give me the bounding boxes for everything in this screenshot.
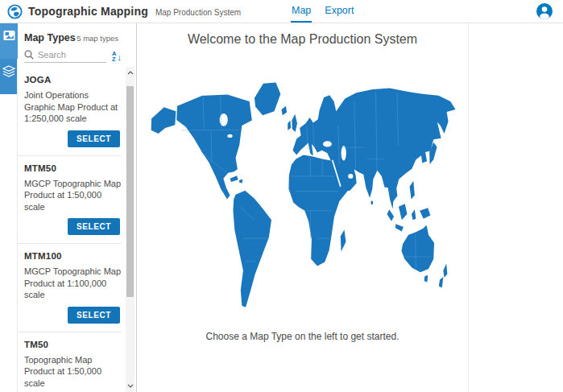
map-type-description: MGCP Topographic Map Product at 1:100,00… (24, 266, 122, 301)
select-button-mtm100[interactable]: SELECT (68, 307, 120, 324)
tab-map[interactable]: Map (291, 0, 312, 23)
select-button-mtm50[interactable]: SELECT (68, 218, 120, 235)
search-box (24, 50, 106, 63)
map-type-name: MTM100 (24, 251, 122, 261)
map-type-name: TM50 (24, 340, 122, 349)
map-type-list: JOGA Joint Operations Graphic Map Produc… (18, 68, 136, 392)
scroll-up-icon[interactable] (126, 68, 135, 78)
main-empty-area (469, 23, 563, 392)
list-item-mtm100: MTM100 MGCP Topographic Map Product at 1… (18, 244, 122, 332)
search-icon (24, 50, 34, 60)
app-header: Topographic Mapping Map Production Syste… (0, 0, 563, 23)
scrollbar-thumb[interactable] (126, 86, 134, 297)
app-body: Map Types 5 map types A Z ↓ JOGA (0, 23, 563, 392)
tab-export[interactable]: Export (324, 0, 354, 23)
globe-icon (7, 4, 23, 19)
sort-arrow: ↓ (118, 52, 122, 62)
map-panel-icon (3, 30, 15, 41)
scroll-down-icon[interactable] (126, 381, 135, 391)
welcome-panel: Welcome to the Map Production System (137, 23, 469, 392)
list-item-mtm50: MTM50 MGCP Topographic Map Product at 1:… (18, 156, 122, 245)
app-title: Topographic Mapping (28, 5, 148, 18)
sort-az-icon[interactable]: A Z ↓ (112, 52, 122, 63)
world-map-graphic (146, 77, 460, 313)
header-tabs: Map Export (291, 0, 354, 23)
select-button-joga[interactable]: SELECT (68, 130, 120, 147)
action-map-types-button[interactable] (0, 23, 18, 59)
welcome-title: Welcome to the Map Production System (188, 32, 417, 47)
map-type-name: MTM50 (24, 163, 122, 173)
panel-title: Map Types (24, 32, 76, 43)
main-area: Welcome to the Map Production System (137, 23, 563, 392)
action-bar (0, 23, 18, 392)
map-type-count: 5 map types (77, 34, 118, 43)
search-row: A Z ↓ (18, 47, 136, 68)
user-account-icon[interactable] (536, 3, 553, 19)
action-layers-button[interactable] (0, 59, 18, 94)
search-input[interactable] (38, 50, 106, 60)
map-type-description: MGCP Topographic Map Product at 1:50,000… (24, 178, 122, 213)
list-item-tm50: TM50 Topographic Map Product at 1:50,000… (18, 332, 122, 392)
panel-header: Map Types 5 map types (18, 23, 136, 47)
list-item-joga: JOGA Joint Operations Graphic Map Produc… (18, 68, 122, 156)
list-scrollbar[interactable] (126, 67, 135, 392)
map-types-panel: Map Types 5 map types A Z ↓ JOGA (18, 23, 137, 392)
map-type-description: Topographic Map Product at 1:50,000 scal… (24, 354, 122, 390)
map-type-name: JOGA (24, 75, 122, 85)
instruction-text: Choose a Map Type on the left to get sta… (206, 331, 399, 342)
sort-letter-z: Z (112, 57, 116, 63)
layers-icon (2, 65, 15, 77)
app-subtitle: Map Production System (155, 6, 241, 17)
map-type-description: Joint Operations Graphic Map Product at … (24, 89, 122, 125)
